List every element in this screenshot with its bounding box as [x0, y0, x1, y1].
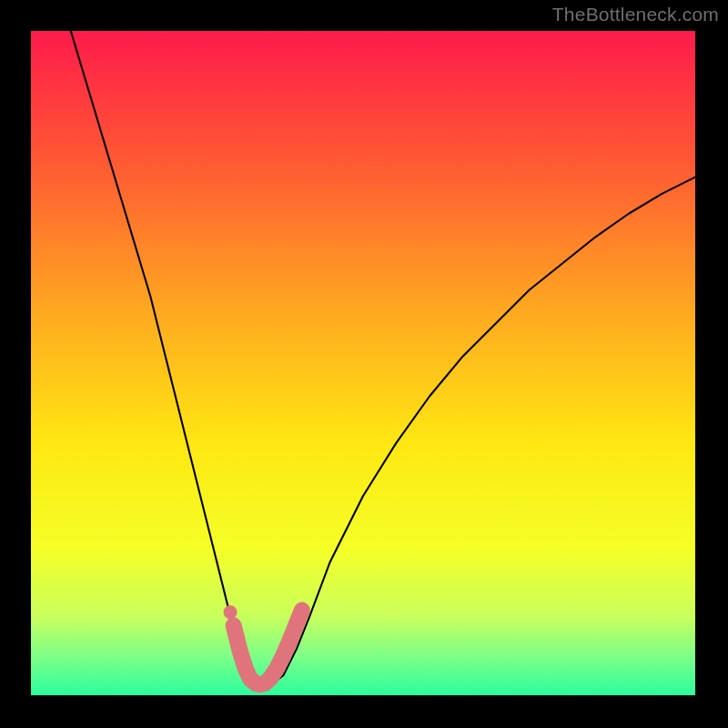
bottleneck-chart — [0, 0, 728, 728]
highlight-dot-icon — [224, 605, 238, 619]
watermark-text: TheBottleneck.com — [552, 4, 719, 25]
plot-background — [31, 31, 695, 695]
viewport: TheBottleneck.com — [0, 0, 728, 728]
